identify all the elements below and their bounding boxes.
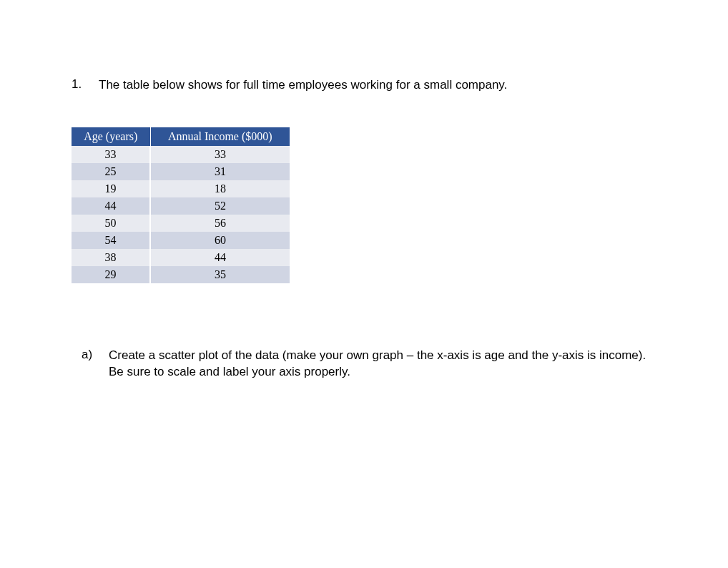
table-row: 29 35 (72, 266, 290, 283)
cell-age: 50 (72, 215, 150, 232)
table-row: 38 44 (72, 249, 290, 266)
sub-question-a: a) Create a scatter plot of the data (ma… (72, 348, 656, 381)
sub-question-label: a) (82, 348, 96, 381)
cell-income: 18 (150, 180, 290, 197)
question-text: The table below shows for full time empl… (99, 77, 507, 93)
cell-income: 35 (150, 266, 290, 283)
sub-question-text: Create a scatter plot of the data (make … (109, 348, 656, 381)
cell-income: 56 (150, 215, 290, 232)
table-row: 33 33 (72, 146, 290, 163)
table-row: 44 52 (72, 197, 290, 215)
cell-income: 60 (150, 232, 290, 249)
question-1: 1. The table below shows for full time e… (72, 77, 656, 93)
cell-age: 38 (72, 249, 150, 266)
cell-income: 52 (150, 197, 290, 215)
cell-age: 29 (72, 266, 150, 283)
table-header-row: Age (years) Annual Income ($000) (72, 127, 290, 146)
table-row: 19 18 (72, 180, 290, 197)
cell-age: 33 (72, 146, 150, 163)
header-income: Annual Income ($000) (150, 127, 290, 146)
question-number: 1. (72, 77, 86, 93)
cell-income: 33 (150, 146, 290, 163)
cell-income: 31 (150, 163, 290, 180)
header-age: Age (years) (72, 127, 150, 146)
table-row: 54 60 (72, 232, 290, 249)
cell-income: 44 (150, 249, 290, 266)
table-row: 25 31 (72, 163, 290, 180)
cell-age: 44 (72, 197, 150, 215)
cell-age: 19 (72, 180, 150, 197)
table-row: 50 56 (72, 215, 290, 232)
employee-data-table: Age (years) Annual Income ($000) 33 33 2… (72, 127, 290, 283)
cell-age: 25 (72, 163, 150, 180)
cell-age: 54 (72, 232, 150, 249)
